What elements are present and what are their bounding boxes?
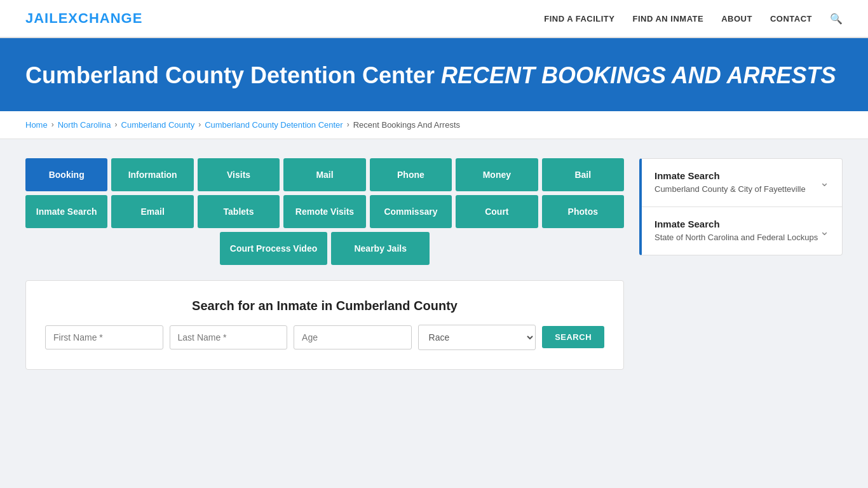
breadcrumb: Home › North Carolina › Cumberland Count… [0, 111, 868, 139]
btn-visits[interactable]: Visits [198, 158, 280, 191]
sidebar-item-1[interactable]: Inmate Search Cumberland County & City o… [642, 159, 842, 207]
breadcrumb-facility[interactable]: Cumberland County Detention Center [205, 120, 343, 130]
sidebar-item-2-title: Inmate Search [654, 219, 818, 229]
chevron-down-icon-2: ⌄ [820, 224, 829, 238]
page-title: Cumberland County Detention Center RECEN… [25, 61, 843, 91]
btn-court-process-video[interactable]: Court Process Video [220, 232, 327, 265]
btn-nearby-jails[interactable]: Nearby Jails [331, 232, 430, 265]
hero-title-main: Cumberland County Detention Center [25, 62, 435, 88]
nav-find-facility[interactable]: FIND A FACILITY [544, 14, 614, 24]
logo-exchange: EXCHANGE [58, 10, 143, 26]
breadcrumb-county[interactable]: Cumberland County [121, 120, 195, 130]
chevron-down-icon-1: ⌄ [820, 175, 829, 189]
btn-remote-visits[interactable]: Remote Visits [283, 195, 365, 228]
sidebar-item-1-subtitle: Cumberland County & City of Fayetteville [654, 184, 806, 195]
sidebar-item-2-subtitle: State of North Carolina and Federal Lock… [654, 232, 818, 243]
site-header: JAILEXCHANGE FIND A FACILITY FIND AN INM… [0, 0, 868, 38]
right-sidebar: Inmate Search Cumberland County & City o… [639, 158, 843, 370]
search-form: Race White Black Hispanic Asian Other SE… [45, 325, 604, 350]
btn-photos[interactable]: Photos [542, 195, 624, 228]
sidebar-item-1-title: Inmate Search [654, 170, 806, 181]
nav-buttons-row1: Booking Information Visits Mail Phone Mo… [25, 158, 624, 191]
nav-buttons-row3: Court Process Video Nearby Jails [25, 232, 624, 265]
breadcrumb-sep-4: › [347, 120, 349, 129]
race-select[interactable]: Race White Black Hispanic Asian Other [418, 325, 536, 350]
breadcrumb-current: Recent Bookings And Arrests [353, 120, 460, 130]
btn-booking[interactable]: Booking [25, 158, 107, 191]
nav-about[interactable]: ABOUT [721, 14, 752, 24]
hero-section: Cumberland County Detention Center RECEN… [0, 38, 868, 111]
btn-bail[interactable]: Bail [542, 158, 624, 191]
btn-money[interactable]: Money [456, 158, 538, 191]
breadcrumb-sep-2: › [115, 120, 118, 129]
first-name-input[interactable] [45, 325, 163, 349]
btn-court[interactable]: Court [456, 195, 538, 228]
search-icon[interactable]: 🔍 [830, 13, 843, 25]
nav-find-inmate[interactable]: FIND AN INMATE [632, 14, 703, 24]
btn-email[interactable]: Email [111, 195, 193, 228]
site-logo[interactable]: JAILEXCHANGE [25, 10, 142, 27]
sidebar-item-1-text: Inmate Search Cumberland County & City o… [654, 170, 806, 195]
btn-commissary[interactable]: Commissary [370, 195, 452, 228]
left-column: Booking Information Visits Mail Phone Mo… [25, 158, 624, 370]
hero-title-italic: RECENT BOOKINGS AND ARRESTS [441, 62, 836, 88]
search-title: Search for an Inmate in Cumberland Count… [45, 299, 604, 313]
age-input[interactable] [294, 325, 412, 349]
sidebar-item-2-text: Inmate Search State of North Carolina an… [654, 219, 818, 243]
btn-mail[interactable]: Mail [283, 158, 365, 191]
search-button[interactable]: SEARCH [542, 326, 604, 348]
sidebar-card: Inmate Search Cumberland County & City o… [639, 158, 843, 255]
breadcrumb-sep-3: › [198, 120, 201, 129]
breadcrumb-nc[interactable]: North Carolina [58, 120, 111, 130]
btn-information[interactable]: Information [111, 158, 193, 191]
nav-buttons-row2: Inmate Search Email Tablets Remote Visit… [25, 195, 624, 228]
btn-phone[interactable]: Phone [370, 158, 452, 191]
last-name-input[interactable] [170, 325, 288, 349]
breadcrumb-sep-1: › [51, 120, 54, 129]
breadcrumb-home[interactable]: Home [25, 120, 48, 130]
btn-tablets[interactable]: Tablets [198, 195, 280, 228]
btn-inmate-search[interactable]: Inmate Search [25, 195, 107, 228]
logo-jail: JAIL [25, 10, 58, 26]
sidebar-item-2[interactable]: Inmate Search State of North Carolina an… [642, 207, 842, 255]
main-nav: FIND A FACILITY FIND AN INMATE ABOUT CON… [544, 13, 843, 25]
main-content: Booking Information Visits Mail Phone Mo… [0, 139, 868, 389]
nav-contact[interactable]: CONTACT [770, 14, 812, 24]
inmate-search-box: Search for an Inmate in Cumberland Count… [25, 280, 624, 370]
